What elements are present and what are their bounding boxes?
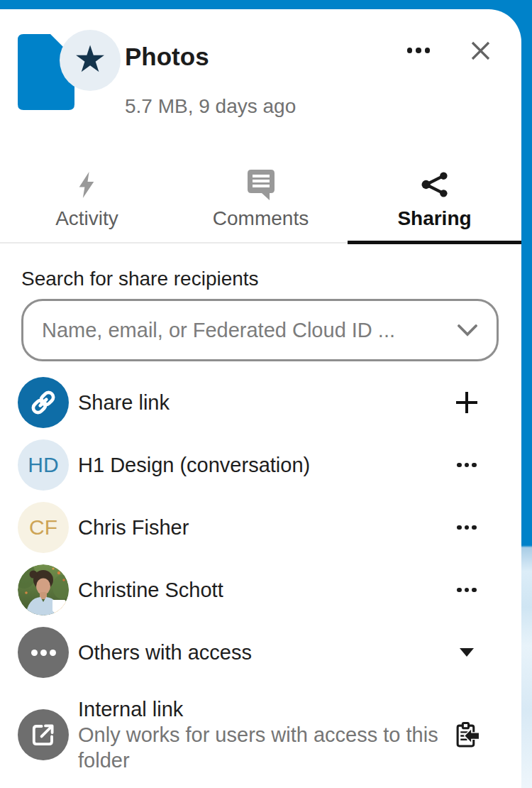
away-status-icon (52, 600, 69, 615)
plus-icon (455, 390, 479, 415)
internal-link-hint: Only works for users with access to this… (78, 722, 465, 773)
others-avatar (18, 627, 69, 678)
share-name: Internal link (78, 696, 465, 722)
link-icon (29, 388, 57, 417)
more-options-icon (457, 588, 477, 593)
avatar-photo (18, 564, 69, 615)
tab-label: Sharing (397, 207, 471, 230)
share-row-others-with-access[interactable]: Others with access (0, 621, 521, 684)
share-row-h1-design[interactable]: HD H1 Design (conversation) (0, 434, 521, 496)
clipboard-copy-icon (455, 722, 480, 748)
search-box (21, 299, 499, 361)
share-options-button[interactable] (445, 434, 488, 496)
share-search-input[interactable] (21, 299, 499, 361)
share-row-chris-fisher[interactable]: CF Chris Fisher (0, 496, 521, 559)
tab-label: Comments (213, 207, 309, 230)
share-options-button[interactable] (445, 559, 488, 621)
share-name: Chris Fisher (78, 496, 189, 559)
share-name: Christine Schott (78, 559, 223, 621)
internal-link-avatar (18, 709, 69, 760)
more-options-icon (457, 525, 477, 530)
favorite-badge: ★ (60, 30, 121, 91)
more-options-icon (457, 463, 477, 468)
comment-icon (248, 169, 275, 200)
tab-comments[interactable]: Comments (174, 160, 348, 242)
dots-icon (31, 650, 56, 656)
share-row-internal-link[interactable]: Internal link Only works for users with … (0, 684, 521, 788)
tab-label: Activity (55, 207, 118, 230)
more-menu-icon (407, 48, 413, 53)
close-button[interactable] (465, 37, 495, 64)
more-menu-button[interactable] (399, 37, 438, 64)
copy-internal-link-button[interactable] (445, 684, 488, 786)
share-icon (421, 169, 448, 200)
share-name: H1 Design (conversation) (78, 434, 310, 496)
expand-others-button[interactable] (445, 621, 488, 684)
sidebar-tabs: Activity Comments (0, 160, 521, 243)
active-tab-indicator (348, 241, 521, 244)
lightning-icon (79, 169, 96, 200)
external-link-icon (31, 722, 56, 748)
close-icon (471, 41, 490, 60)
tab-sharing[interactable]: Sharing (348, 160, 521, 242)
file-meta: 5.7 MB, 9 days ago (125, 95, 296, 118)
share-row-christine-schott[interactable]: Christine Schott (0, 559, 521, 621)
internal-link-text: Internal link Only works for users with … (78, 696, 465, 773)
avatar-initials: HD (18, 439, 69, 491)
avatar-initials: CF (18, 502, 69, 553)
add-link-share-button[interactable] (445, 371, 488, 434)
share-name: Share link (78, 371, 170, 434)
star-icon: ★ (74, 40, 107, 77)
triangle-down-icon (460, 648, 474, 657)
tab-activity[interactable]: Activity (0, 160, 174, 242)
search-recipients-label: Search for share recipients (21, 268, 259, 290)
page-title: Photos (125, 43, 209, 71)
share-options-button[interactable] (445, 496, 488, 559)
share-row-share-link[interactable]: Share link (0, 371, 521, 434)
link-avatar (18, 377, 69, 428)
share-name: Others with access (78, 621, 252, 684)
